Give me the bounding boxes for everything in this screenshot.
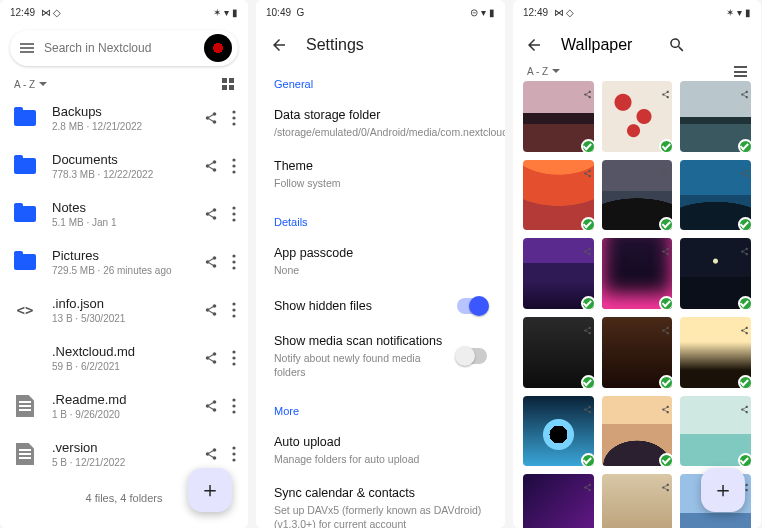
list-item[interactable]: Documents778.3 MB · 12/22/2022 [6,142,242,190]
svg-point-3 [232,158,235,161]
settings-screen: 10:49 G ⊝ ▾ ▮ Settings General Data stor… [256,0,505,528]
wallpaper-thumb[interactable] [680,160,751,231]
item-meta: 5.1 MB · Jan 1 [52,217,204,228]
share-icon[interactable] [204,303,218,317]
view-toggle-icon[interactable] [734,66,747,77]
wallpaper-thumb[interactable] [602,317,673,388]
share-icon[interactable] [661,478,670,496]
wallpaper-thumb[interactable] [602,396,673,467]
list-item[interactable]: <>.info.json13 B · 5/30/2021 [6,286,242,334]
avatar[interactable] [204,34,232,62]
wallpaper-thumb[interactable] [602,474,673,528]
share-icon[interactable] [583,164,592,182]
wallpaper-thumb[interactable] [602,160,673,231]
section-general: General [274,62,487,98]
more-icon[interactable] [232,158,236,174]
wallpaper-thumb[interactable] [680,396,751,467]
list-item[interactable]: Backups2.8 MB · 12/21/2022 [6,94,242,142]
more-icon[interactable] [232,206,236,222]
item-name: .info.json [52,296,204,311]
menu-icon[interactable] [20,43,34,53]
wallpaper-thumb[interactable] [680,81,751,152]
share-icon[interactable] [204,399,218,413]
synced-check-icon [659,296,672,309]
setting-hidden-files[interactable]: Show hidden files [274,288,487,324]
more-icon[interactable] [232,446,236,462]
share-icon[interactable] [583,85,592,103]
more-icon[interactable] [232,302,236,318]
share-icon[interactable] [204,159,218,173]
back-icon[interactable] [525,36,543,54]
sort-button[interactable]: A - Z [14,79,47,90]
more-icon[interactable] [232,398,236,414]
share-icon[interactable] [583,321,592,339]
item-name: Pictures [52,248,204,263]
list-item[interactable]: Notes5.1 MB · Jan 1 [6,190,242,238]
share-icon[interactable] [583,478,592,496]
svg-point-22 [232,452,235,455]
view-toggle-icon[interactable] [222,78,234,90]
svg-point-9 [232,254,235,257]
share-icon[interactable] [740,242,749,260]
setting-storage[interactable]: Data storage folder /storage/emulated/0/… [274,98,487,149]
wallpaper-thumb[interactable] [680,238,751,309]
more-icon[interactable] [232,254,236,270]
setting-passcode[interactable]: App passcode None [274,236,487,287]
share-icon[interactable] [661,242,670,260]
svg-point-2 [232,122,235,125]
setting-sync[interactable]: Sync calendar & contacts Set up DAVx5 (f… [274,476,487,528]
search-bar[interactable] [10,30,238,66]
more-icon[interactable] [232,110,236,126]
wallpaper-thumb[interactable] [602,238,673,309]
share-icon[interactable] [204,111,218,125]
item-meta: 778.3 MB · 12/22/2022 [52,169,204,180]
wallpaper-thumb[interactable] [602,81,673,152]
wallpaper-thumb[interactable] [523,396,594,467]
list-item[interactable]: .Readme.md1 B · 9/26/2020 [6,382,242,430]
search-input[interactable] [44,41,194,55]
share-icon[interactable] [661,85,670,103]
share-icon[interactable] [204,351,218,365]
share-icon[interactable] [740,164,749,182]
share-icon[interactable] [740,85,749,103]
svg-point-1 [232,116,235,119]
share-icon[interactable] [740,321,749,339]
toggle-hidden-files[interactable] [457,298,487,314]
folder-icon [14,110,36,126]
setting-media-scan[interactable]: Show media scan notifications Notify abo… [274,324,487,389]
toggle-media-scan[interactable] [457,348,487,364]
list-item[interactable]: Pictures729.5 MB · 26 minutes ago [6,238,242,286]
folder-icon [14,206,36,222]
wallpaper-thumb[interactable] [680,317,751,388]
share-icon[interactable] [204,255,218,269]
setting-theme[interactable]: Theme Follow system [274,149,487,200]
share-icon[interactable] [583,400,592,418]
fab-add-button[interactable]: ＋ [188,468,232,512]
sort-button[interactable]: A - Z [527,66,560,77]
share-icon[interactable] [204,447,218,461]
section-details: Details [274,200,487,236]
share-icon[interactable] [661,400,670,418]
fab-add-button[interactable]: ＋ [701,468,745,512]
section-more: More [274,389,487,425]
share-icon[interactable] [661,321,670,339]
files-screen: 12:49 ⋈ ◇ ✶ ▾ ▮ A - Z Backups2.8 MB · 12… [0,0,248,528]
wallpaper-thumb[interactable] [523,317,594,388]
share-icon[interactable] [583,242,592,260]
search-icon[interactable] [668,36,686,54]
setting-auto-upload[interactable]: Auto upload Manage folders for auto uplo… [274,425,487,476]
more-icon[interactable] [232,350,236,366]
page-title: Settings [306,36,364,54]
share-icon[interactable] [740,400,749,418]
wallpaper-thumb[interactable] [523,160,594,231]
file-icon [16,443,34,465]
share-icon[interactable] [661,164,670,182]
item-meta: 5 B · 12/21/2022 [52,457,204,468]
list-item[interactable]: .Nextcloud.md59 B · 6/2/2021 [6,334,242,382]
wallpaper-thumb[interactable] [523,81,594,152]
synced-check-icon [659,375,672,388]
wallpaper-thumb[interactable] [523,474,594,528]
back-icon[interactable] [270,36,288,54]
share-icon[interactable] [204,207,218,221]
wallpaper-thumb[interactable] [523,238,594,309]
